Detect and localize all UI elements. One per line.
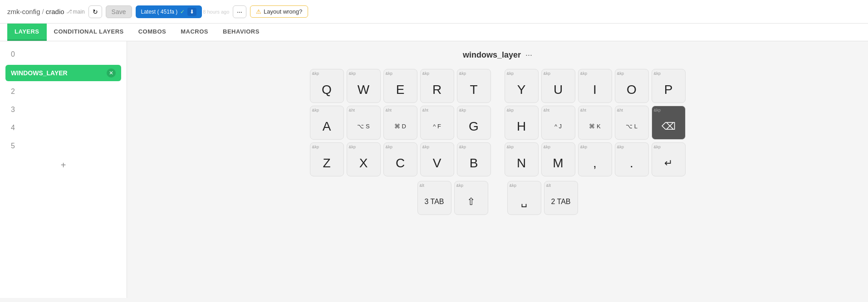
save-button[interactable]: Save — [106, 5, 132, 18]
latest-commit-button[interactable]: Latest ( 451fa ) ✓ ⬇ — [136, 5, 202, 18]
sidebar: 0 WINDOWS_LAYER ✕ 2 3 4 5 + — [0, 41, 127, 298]
right-row-2: &kpH &ht^ J &ht⌘ K &ht⌥ L &kp ⌫ — [505, 106, 686, 140]
key-D[interactable]: &ht⌘ D — [383, 106, 417, 140]
left-row-3: &kpZ &kpX &kpC &kpV &kpB — [310, 142, 491, 176]
key-N[interactable]: &kpN — [505, 142, 539, 176]
download-icon: ⬇ — [187, 8, 196, 16]
key-I[interactable]: &kpI — [578, 69, 612, 103]
key-backspace[interactable]: &kp ⌫ — [652, 106, 686, 140]
key-V[interactable]: &kpV — [420, 142, 454, 176]
left-row-2: &kpA &ht⌥ S &ht⌘ D &ht^ F &kpG — [310, 106, 491, 140]
key-C[interactable]: &kpC — [383, 142, 417, 176]
keyboard-right: &kpY &kpU &kpI &kpO &kpP &kpH &ht^ J &ht… — [505, 69, 686, 215]
key-Z[interactable]: &kpZ — [310, 142, 344, 176]
commit-time: 8 hours ago — [203, 9, 229, 15]
key-T[interactable]: &kpT — [457, 69, 491, 103]
keyboard: &kpQ &kpW &kpE &kpR &kpT &kpA &ht⌥ S &ht… — [310, 69, 686, 215]
key-F[interactable]: &ht^ F — [420, 106, 454, 140]
key-enter[interactable]: &kp↵ — [652, 142, 686, 176]
layout-wrong-button[interactable]: ⚠ Layout wrong? — [250, 5, 308, 18]
layer-item-1[interactable]: WINDOWS_LAYER ✕ — [5, 65, 121, 81]
check-icon: ✓ — [180, 9, 185, 15]
key-space[interactable]: &kp ␣ — [507, 181, 541, 215]
key-G[interactable]: &kpG — [457, 106, 491, 140]
separator: / — [42, 8, 44, 15]
layer-item-4[interactable]: 4 — [5, 120, 121, 136]
warning-icon: ⚠ — [256, 8, 261, 15]
keyboard-area: windows_layer ··· &kpQ &kpW &kpE &kpR &k… — [127, 41, 868, 298]
layout-wrong-label: Layout wrong? — [264, 8, 302, 15]
key-comma[interactable]: &kp, — [578, 142, 612, 176]
key-M[interactable]: &kpM — [541, 142, 575, 176]
project-name: zmk-config — [7, 8, 40, 15]
layer-item-3[interactable]: 3 — [5, 102, 121, 117]
key-shift[interactable]: &kp ⇧ — [454, 181, 488, 215]
key-R[interactable]: &kpR — [420, 69, 454, 103]
key-Q[interactable]: &kpQ — [310, 69, 344, 103]
tab-combos[interactable]: COMBOS — [131, 24, 174, 41]
key-J[interactable]: &ht^ J — [541, 106, 575, 140]
layer-header-name: windows_layer — [463, 50, 521, 60]
layer-menu-button[interactable]: ··· — [525, 50, 532, 60]
key-Y[interactable]: &kpY — [505, 69, 539, 103]
tab-behaviors[interactable]: BEHAVIORS — [216, 24, 267, 41]
tab-layers[interactable]: LAYERS — [7, 24, 47, 41]
repo-name: cradio — [46, 8, 64, 15]
key-K[interactable]: &ht⌘ K — [578, 106, 612, 140]
key-U[interactable]: &kpU — [541, 69, 575, 103]
key-P[interactable]: &kpP — [652, 69, 686, 103]
key-W[interactable]: &kpW — [347, 69, 381, 103]
more-button[interactable]: ··· — [233, 5, 246, 18]
right-row-3: &kpN &kpM &kp, &kp. &kp↵ — [505, 142, 686, 176]
tab-conditional-layers[interactable]: CONDITIONAL LAYERS — [47, 24, 131, 41]
key-period[interactable]: &kp. — [615, 142, 649, 176]
refresh-button[interactable]: ↻ — [88, 5, 102, 18]
header-title: zmk-config / cradio ⎇ main — [7, 8, 85, 15]
layer-header: windows_layer ··· — [463, 50, 532, 60]
layer-close-button[interactable]: ✕ — [107, 68, 116, 78]
right-row-1: &kpY &kpU &kpI &kpO &kpP — [505, 69, 686, 103]
key-H[interactable]: &kpH — [505, 106, 539, 140]
layer-item-5[interactable]: 5 — [5, 138, 121, 154]
layer-item-2[interactable]: 2 — [5, 84, 121, 99]
key-X[interactable]: &kpX — [347, 142, 381, 176]
key-2tab[interactable]: &lt 2 TAB — [544, 181, 578, 215]
key-3tab[interactable]: &lt 3 TAB — [417, 181, 451, 215]
main-content: 0 WINDOWS_LAYER ✕ 2 3 4 5 + windows_laye… — [0, 41, 868, 298]
layer-item-0[interactable]: 0 — [5, 47, 121, 62]
layer-name-label: WINDOWS_LAYER — [11, 69, 68, 77]
tab-macros[interactable]: MACROS — [173, 24, 216, 41]
keyboard-left: &kpQ &kpW &kpE &kpR &kpT &kpA &ht⌥ S &ht… — [310, 69, 491, 215]
right-thumb-row: &kp ␣ &lt 2 TAB — [505, 179, 686, 215]
key-S[interactable]: &ht⌥ S — [347, 106, 381, 140]
key-E[interactable]: &kpE — [383, 69, 417, 103]
left-row-1: &kpQ &kpW &kpE &kpR &kpT — [310, 69, 491, 103]
nav-tabs: LAYERS CONDITIONAL LAYERS COMBOS MACROS … — [0, 24, 868, 41]
add-layer-button[interactable]: + — [5, 156, 121, 174]
key-B[interactable]: &kpB — [457, 142, 491, 176]
left-thumb-row: &lt 3 TAB &kp ⇧ — [310, 179, 491, 215]
key-L[interactable]: &ht⌥ L — [615, 106, 649, 140]
branch-name: ⎇ main — [66, 9, 85, 15]
branch-icon: ⎇ — [66, 9, 72, 15]
latest-label: Latest ( 451fa ) — [141, 9, 178, 15]
key-A[interactable]: &kpA — [310, 106, 344, 140]
key-O[interactable]: &kpO — [615, 69, 649, 103]
header: zmk-config / cradio ⎇ main ↻ Save Latest… — [0, 0, 868, 24]
